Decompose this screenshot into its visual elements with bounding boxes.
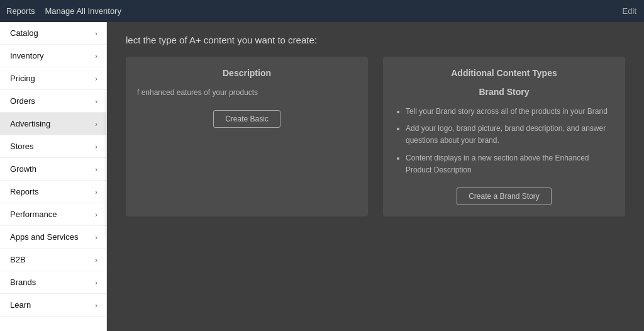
description-column: Description f enhanced eatures of your p… bbox=[126, 57, 368, 216]
sidebar-item-apps[interactable]: Apps and Services › bbox=[0, 226, 106, 249]
bullet-item-1: Tell your Brand story across all of the … bbox=[406, 106, 614, 118]
sidebar-item-pricing[interactable]: Pricing › bbox=[0, 67, 106, 90]
bullet-item-2: Add your logo, brand picture, brand desc… bbox=[406, 123, 614, 147]
sidebar-label-inventory: Inventory bbox=[10, 51, 43, 60]
chevron-right-icon: › bbox=[95, 279, 97, 286]
create-basic-button[interactable]: Create Basic bbox=[213, 110, 280, 128]
sidebar-item-inventory[interactable]: Inventory › bbox=[0, 45, 106, 67]
edit-button[interactable]: Edit bbox=[623, 6, 636, 16]
description-header: Description bbox=[137, 68, 357, 78]
sidebar-label-advertising: Advertising bbox=[10, 119, 50, 128]
sidebar: Catalog › Inventory › Pricing › Orders ›… bbox=[0, 22, 107, 331]
main-content: lect the type of A+ content you want to … bbox=[107, 22, 644, 331]
sidebar-label-growth: Growth bbox=[10, 164, 36, 174]
chevron-right-icon: › bbox=[95, 52, 97, 60]
create-brand-story-button[interactable]: Create a Brand Story bbox=[457, 188, 552, 205]
brand-story-bullets: Tell your Brand story across all of the … bbox=[394, 106, 614, 176]
additional-content-column: Additional Content Types Brand Story Tel… bbox=[383, 57, 625, 216]
chevron-right-icon: › bbox=[95, 30, 97, 37]
manage-inventory-link[interactable]: Manage All Inventory bbox=[45, 6, 121, 16]
sidebar-label-stores: Stores bbox=[10, 142, 34, 151]
chevron-right-icon: › bbox=[95, 98, 97, 105]
sidebar-item-performance[interactable]: Performance › bbox=[0, 203, 106, 226]
sidebar-item-growth[interactable]: Growth › bbox=[0, 158, 106, 181]
chevron-right-icon: › bbox=[95, 301, 97, 309]
chevron-right-icon: › bbox=[95, 188, 97, 196]
description-text: f enhanced eatures of your products bbox=[137, 87, 357, 99]
sidebar-label-performance: Performance bbox=[10, 210, 57, 219]
chevron-right-icon: › bbox=[95, 256, 97, 264]
sidebar-item-brands[interactable]: Brands › bbox=[0, 271, 106, 294]
sidebar-label-learn: Learn bbox=[10, 300, 31, 310]
chevron-right-icon: › bbox=[95, 166, 97, 173]
sidebar-label-orders: Orders bbox=[10, 96, 35, 106]
chevron-right-icon: › bbox=[95, 211, 97, 218]
content-area: lect the type of A+ content you want to … bbox=[107, 22, 644, 331]
sidebar-label-b2b: B2B bbox=[10, 255, 26, 264]
sidebar-item-stores[interactable]: Stores › bbox=[0, 135, 106, 158]
top-bar-links: Reports Manage All Inventory bbox=[6, 6, 121, 16]
chevron-right-icon: › bbox=[95, 75, 97, 82]
chevron-right-icon: › bbox=[95, 233, 97, 241]
reports-link[interactable]: Reports bbox=[6, 6, 35, 16]
sidebar-item-reports[interactable]: Reports › bbox=[0, 181, 106, 203]
sidebar-item-b2b[interactable]: B2B › bbox=[0, 249, 106, 271]
sidebar-item-learn[interactable]: Learn › bbox=[0, 294, 106, 317]
chevron-right-icon: › bbox=[95, 143, 97, 150]
sidebar-item-advertising[interactable]: Advertising › bbox=[0, 113, 106, 135]
sidebar-label-apps: Apps and Services bbox=[10, 232, 78, 242]
content-columns: Description f enhanced eatures of your p… bbox=[126, 57, 625, 216]
chevron-right-icon: › bbox=[95, 120, 97, 128]
sidebar-item-catalog[interactable]: Catalog › bbox=[0, 22, 106, 45]
brand-story-title: Brand Story bbox=[394, 87, 614, 97]
top-bar: Reports Manage All Inventory Edit bbox=[0, 0, 644, 22]
sidebar-label-catalog: Catalog bbox=[10, 28, 38, 38]
select-type-heading: lect the type of A+ content you want to … bbox=[126, 35, 625, 45]
sidebar-label-brands: Brands bbox=[10, 278, 36, 287]
sidebar-item-orders[interactable]: Orders › bbox=[0, 90, 106, 113]
additional-content-header: Additional Content Types bbox=[394, 68, 614, 78]
sidebar-label-reports: Reports bbox=[10, 187, 39, 196]
sidebar-label-pricing: Pricing bbox=[10, 74, 35, 83]
bullet-item-3: Content displays in a new section above … bbox=[406, 152, 614, 176]
main-layout: Catalog › Inventory › Pricing › Orders ›… bbox=[0, 22, 644, 331]
